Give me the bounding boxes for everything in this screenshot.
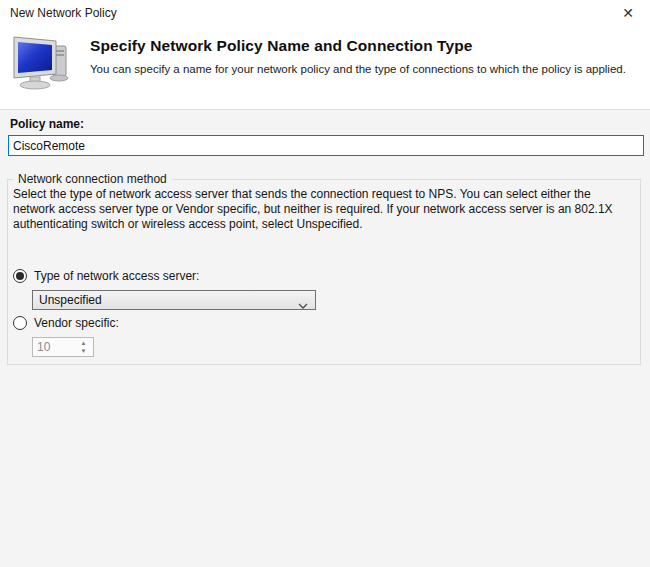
radio-type-label: Type of network access server:: [34, 269, 199, 283]
computer-monitor-icon: [9, 32, 73, 94]
spinner-up-icon[interactable]: ▲: [76, 340, 91, 346]
radio-row-vendor: Vendor specific:: [13, 316, 119, 330]
radio-vendor-label: Vendor specific:: [34, 316, 119, 330]
close-icon[interactable]: ✕: [612, 1, 644, 25]
chevron-down-icon: [298, 298, 308, 312]
dropdown-selected-value: Unspecified: [39, 293, 102, 307]
spinner-buttons: ▲ ▼: [76, 340, 91, 354]
vendor-specific-spinner[interactable]: 10 ▲ ▼: [32, 337, 94, 357]
wizard-body: Policy name: Network connection method S…: [0, 110, 650, 567]
spinner-value: 10: [37, 340, 50, 354]
radio-vendor-specific[interactable]: [13, 316, 27, 330]
policy-name-label: Policy name:: [10, 117, 84, 131]
window-title: New Network Policy: [10, 6, 117, 20]
wizard-header: New Network Policy ✕ Specify: [0, 0, 650, 110]
page-subtitle: You can specify a name for your network …: [90, 63, 640, 75]
policy-name-input[interactable]: [8, 135, 644, 156]
page-title: Specify Network Policy Name and Connecti…: [90, 37, 630, 55]
spinner-down-icon[interactable]: ▼: [76, 348, 91, 354]
radio-type-of-network-access-server[interactable]: [13, 269, 27, 283]
network-connection-method-group: Network connection method Select the typ…: [7, 179, 641, 365]
group-legend: Network connection method: [13, 172, 172, 186]
network-access-server-type-dropdown[interactable]: Unspecified: [32, 290, 316, 310]
radio-row-type: Type of network access server:: [13, 269, 199, 283]
group-description: Select the type of network access server…: [13, 187, 633, 232]
